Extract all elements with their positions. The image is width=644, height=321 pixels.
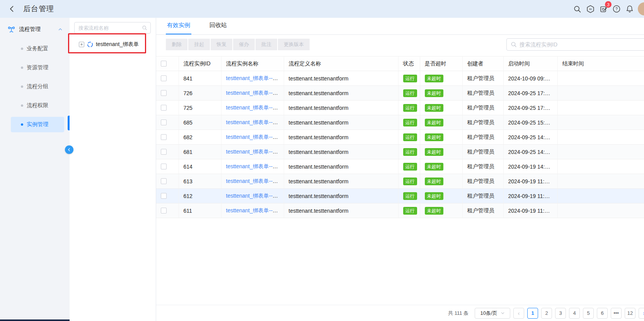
search-icon	[142, 25, 147, 31]
column-header-start-time: 启动时间	[503, 56, 557, 71]
cell-id: 725	[179, 101, 221, 115]
page-button-4[interactable]: 4	[569, 308, 580, 319]
instance-name-link[interactable]: testtenant_绑表单---终止...	[226, 163, 284, 169]
user-avatar[interactable]	[638, 2, 644, 15]
sidebar-group-process-management[interactable]: 流程管理	[0, 23, 70, 36]
timeout-badge: 未超时	[425, 207, 443, 215]
table-row: 681 testtenant_绑表单---终止... testtenant.te…	[156, 145, 644, 159]
workflow-icon	[8, 26, 15, 33]
status-badge: 运行	[403, 148, 417, 156]
tabs-bar: 有效实例 回收站	[156, 18, 644, 35]
page-button-3[interactable]: 3	[555, 308, 566, 319]
page-button-12[interactable]: 12	[625, 308, 635, 319]
resume-button[interactable]: 恢复	[211, 39, 232, 50]
page-size-select[interactable]: 10条/页	[475, 308, 510, 319]
table-row: 611 testtenant_绑表单---终止... testtenant.te…	[156, 203, 644, 218]
cell-end-time	[557, 189, 644, 203]
document-edit-icon[interactable]: 3	[598, 4, 608, 14]
table-header-row: 流程实例ID 流程实例名称 流程定义名称 状态 是否超时 创建者 启动时间 结束…	[156, 56, 644, 71]
next-page-button[interactable]: ›	[639, 308, 644, 319]
cell-creator: 租户管理员	[462, 145, 503, 159]
page-size-value: 10条/页	[480, 310, 497, 317]
cell-start-time: 2024-09-19 14:40:53	[503, 159, 557, 174]
change-version-button[interactable]: 更换版本	[278, 39, 310, 50]
instance-name-link[interactable]: testtenant_绑表单---终止...	[226, 178, 284, 184]
urge-button[interactable]: 催办	[233, 39, 255, 50]
cell-creator: 租户管理员	[462, 71, 503, 86]
search-icon	[511, 41, 517, 48]
instance-name-link[interactable]: testtenant_绑表单---终止...	[226, 134, 284, 140]
cell-start-time: 2024-09-19 11:27:08	[503, 189, 557, 203]
total-count: 共 111 条	[448, 310, 469, 317]
sidebar-item-business-config[interactable]: 业务配置	[11, 41, 64, 56]
search-icon[interactable]	[572, 4, 582, 14]
sidebar-item-instance-management[interactable]: 实例管理	[11, 117, 64, 132]
delete-button[interactable]: 删除	[166, 39, 187, 50]
prev-page-button[interactable]: ‹	[513, 308, 524, 319]
page-ellipsis[interactable]: •••	[611, 308, 622, 319]
column-header-end-time: 结束时间	[557, 56, 644, 71]
pagination-bar: 共 111 条 10条/页 ‹ 123456•••12 ›	[156, 305, 644, 321]
instance-name-link[interactable]: testtenant_绑表单---终止...	[226, 75, 284, 81]
cell-creator: 租户管理员	[462, 130, 503, 145]
instance-name-link[interactable]: testtenant_绑表单---终止...	[226, 119, 284, 125]
notification-bell-icon[interactable]	[625, 4, 635, 14]
sidebar-item-process-group[interactable]: 流程分组	[11, 79, 64, 94]
back-button[interactable]	[7, 4, 17, 14]
column-header-instance-id: 流程实例ID	[179, 56, 221, 71]
row-checkbox[interactable]	[161, 208, 167, 213]
row-checkbox[interactable]	[161, 164, 167, 169]
help-icon[interactable]: ?	[612, 4, 622, 14]
row-checkbox[interactable]	[161, 134, 167, 140]
row-checkbox[interactable]	[161, 105, 167, 111]
timeout-badge: 未超时	[425, 163, 443, 171]
instance-name-link[interactable]: testtenant_绑表单---终止...	[226, 193, 284, 199]
header-actions: AI 3 ?	[572, 2, 644, 15]
expand-icon[interactable]: +	[79, 42, 84, 47]
cell-end-time	[557, 101, 644, 115]
cell-creator: 租户管理员	[462, 189, 503, 203]
table-row: 612 testtenant_绑表单---终止... testtenant.te…	[156, 189, 644, 203]
row-checkbox[interactable]	[161, 193, 167, 199]
sidebar-item-resource-management[interactable]: 资源管理	[11, 60, 64, 75]
bullet-icon	[21, 104, 23, 107]
annotate-button[interactable]: 批注	[256, 39, 277, 50]
timeout-badge: 未超时	[425, 133, 443, 141]
instance-search-input[interactable]	[520, 41, 644, 48]
page-button-2[interactable]: 2	[541, 308, 552, 319]
sidebar-item-process-permission[interactable]: 流程权限	[11, 98, 64, 113]
select-all-checkbox[interactable]	[161, 61, 167, 67]
instance-name-link[interactable]: testtenant_绑表单---终止...	[226, 207, 284, 213]
row-checkbox[interactable]	[161, 120, 167, 125]
page-button-5[interactable]: 5	[583, 308, 594, 319]
sidebar: 流程管理 业务配置 资源管理 流程分组 流程权限 实例管理	[0, 18, 70, 321]
tab-valid-instances[interactable]: 有效实例	[166, 22, 191, 34]
row-checkbox[interactable]	[161, 90, 167, 96]
panel-collapse-button[interactable]	[65, 145, 73, 154]
tree-node-testtenant[interactable]: + testtenant_绑表单	[74, 41, 151, 48]
row-checkbox[interactable]	[161, 178, 167, 184]
status-badge: 运行	[403, 192, 417, 200]
row-checkbox[interactable]	[161, 149, 167, 155]
status-badge: 运行	[403, 133, 417, 141]
tab-recycle-bin[interactable]: 回收站	[208, 22, 228, 34]
instance-name-link[interactable]: testtenant_绑表单---终止...	[226, 90, 284, 96]
ai-assistant-icon[interactable]: AI	[585, 4, 595, 14]
cell-definition: testtenant.testtenantform	[284, 159, 398, 174]
status-badge: 运行	[403, 207, 417, 215]
cell-definition: testtenant.testtenantform	[284, 145, 398, 159]
timeout-badge: 未超时	[425, 119, 443, 126]
tree-node-label: testtenant_绑表单	[96, 41, 139, 48]
cell-definition: testtenant.testtenantform	[284, 86, 398, 101]
suspend-button[interactable]: 挂起	[188, 39, 210, 50]
page-button-1[interactable]: 1	[527, 308, 538, 319]
cell-creator: 租户管理员	[462, 203, 503, 218]
timeout-badge: 未超时	[425, 75, 443, 82]
instance-name-link[interactable]: testtenant_绑表单---终止...	[226, 104, 284, 111]
tree-search-input[interactable]	[78, 25, 142, 31]
cell-definition: testtenant.testtenantform	[284, 71, 398, 86]
row-checkbox[interactable]	[161, 75, 167, 81]
page-button-6[interactable]: 6	[597, 308, 608, 319]
instance-name-link[interactable]: testtenant_绑表单---终止...	[226, 149, 284, 155]
table-body: 841 testtenant_绑表单---终止... testtenant.te…	[156, 71, 644, 218]
